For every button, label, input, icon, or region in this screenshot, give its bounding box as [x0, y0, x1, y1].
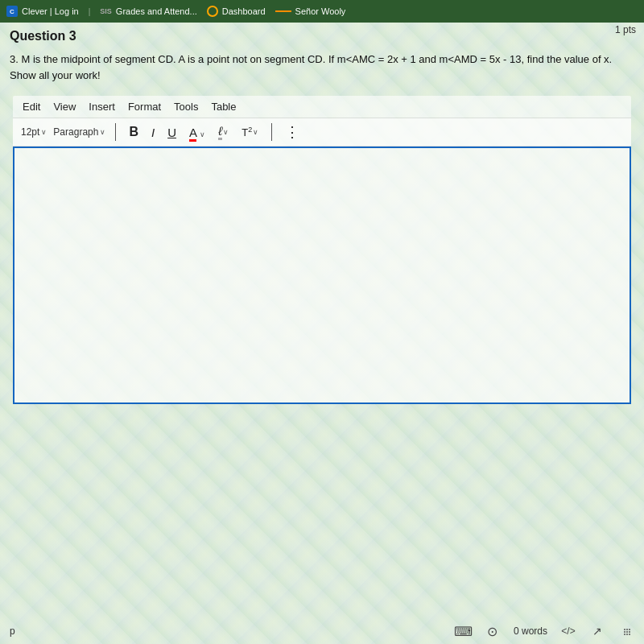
toolbar: 12pt ∨ Paragraph ∨ B I U A ∨ [13, 118, 631, 147]
menu-table[interactable]: Table [211, 101, 236, 113]
paragraph-chevron: ∨ [100, 128, 105, 136]
tab-senor-wooly[interactable]: Señor Wooly [275, 6, 346, 16]
keyboard-icon[interactable]: ⌨ [456, 623, 472, 639]
menu-edit[interactable]: Edit [23, 101, 40, 113]
tab-dashboard[interactable]: Dashboard [207, 6, 266, 17]
bold-button[interactable]: B [126, 123, 142, 141]
font-size-value: 12pt [21, 126, 39, 138]
tab-clever-label: Clever | Log in [22, 6, 79, 16]
more-options-button[interactable]: ⋮ [282, 123, 303, 141]
paragraph-marker: p [10, 625, 15, 637]
tab-senor-wooly-label: Señor Wooly [295, 6, 346, 16]
tab-dashboard-label: Dashboard [222, 6, 266, 16]
font-size-chevron: ∨ [41, 128, 47, 136]
font-color-button[interactable]: A ∨ [186, 124, 208, 141]
tab-sis[interactable]: SIS Grades and Attend... [100, 6, 196, 16]
highlight-button[interactable]: ℓ ∨ [215, 122, 232, 142]
pts-label: 1 pts [615, 24, 636, 35]
status-bar: p ⌨ ⊙ 0 words </> ↗ [0, 618, 644, 644]
underline-button[interactable]: U [164, 124, 180, 141]
question-text: 3. M is the midpoint of segment CD. A is… [10, 52, 621, 83]
more-status-button[interactable] [618, 623, 634, 639]
clever-icon: C [6, 6, 18, 17]
word-count-label: 0 words [514, 625, 547, 637]
text-editor-area[interactable] [13, 147, 631, 404]
senor-wooly-icon [275, 10, 291, 12]
tab-clever[interactable]: C Clever | Log in [6, 6, 79, 17]
paragraph-select[interactable]: Paragraph ∨ [53, 126, 105, 138]
code-view-button[interactable]: </> [560, 623, 576, 639]
font-size-select[interactable]: 12pt ∨ [21, 126, 47, 138]
menu-view[interactable]: View [53, 101, 76, 113]
paragraph-value: Paragraph [53, 126, 98, 138]
expand-button[interactable]: ↗ [589, 623, 605, 639]
menu-format[interactable]: Format [128, 101, 161, 113]
dashboard-icon [207, 6, 218, 17]
menu-insert[interactable]: Insert [89, 101, 115, 113]
superscript-button[interactable]: T2 ∨ [238, 124, 262, 140]
toolbar-divider [115, 123, 116, 141]
menu-bar: Edit View Insert Format Tools Table [13, 96, 631, 118]
toolbar-divider-2 [271, 123, 272, 141]
editor-container: Edit View Insert Format Tools Table 12pt… [13, 96, 631, 404]
menu-tools[interactable]: Tools [174, 101, 198, 113]
question-label: Question 3 [10, 29, 634, 43]
upload-icon[interactable]: ⊙ [485, 623, 501, 639]
italic-button[interactable]: I [148, 124, 158, 141]
tab-separator-1: | [89, 7, 91, 16]
browser-bar: C Clever | Log in | SIS Grades and Atten… [0, 0, 644, 23]
tab-sis-label: Grades and Attend... [116, 6, 197, 16]
sis-label: SIS [100, 7, 112, 15]
